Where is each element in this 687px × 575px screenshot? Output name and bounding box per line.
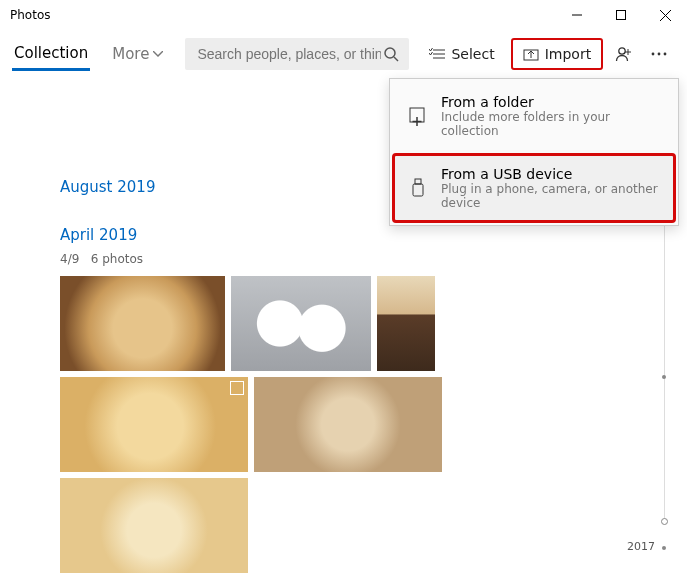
maximize-button[interactable] (599, 0, 643, 30)
svg-rect-21 (413, 184, 423, 196)
account-button[interactable] (607, 38, 639, 70)
import-from-folder[interactable]: From a folder Include more folders in yo… (392, 81, 676, 151)
chevron-down-icon (153, 51, 163, 57)
close-button[interactable] (643, 0, 687, 30)
svg-rect-1 (617, 11, 626, 20)
svg-point-4 (385, 48, 395, 58)
photo-checkbox[interactable] (230, 381, 244, 395)
import-menu: From a folder Include more folders in yo… (389, 78, 679, 226)
import-usb-title: From a USB device (441, 166, 661, 182)
svg-line-5 (394, 57, 398, 61)
svg-rect-20 (415, 179, 421, 184)
minimize-button[interactable] (555, 0, 599, 30)
import-usb-sub: Plug in a phone, camera, or another devi… (441, 182, 661, 210)
import-from-usb[interactable]: From a USB device Plug in a phone, camer… (392, 153, 676, 223)
titlebar: Photos (0, 0, 687, 30)
section-april-2019: April 2019 4/9 6 photos (60, 226, 627, 573)
import-icon (523, 47, 539, 61)
month-subheader: 4/9 6 photos (60, 252, 627, 266)
person-icon (615, 46, 631, 62)
photo-thumbnail[interactable] (254, 377, 442, 472)
timeline-line (664, 220, 665, 520)
import-label: Import (545, 46, 591, 62)
month-date: 4/9 (60, 252, 79, 266)
month-header[interactable]: April 2019 (60, 226, 627, 244)
more-button[interactable] (643, 38, 675, 70)
select-button[interactable]: Select (417, 38, 506, 70)
photo-thumbnail[interactable] (377, 276, 435, 371)
photo-grid (60, 276, 627, 573)
import-folder-sub: Include more folders in your collection (441, 110, 661, 138)
timeline-year: 2017 (627, 540, 655, 553)
select-label: Select (451, 46, 494, 62)
folder-add-icon (407, 106, 429, 126)
import-button[interactable]: Import (511, 38, 603, 70)
search-box[interactable] (185, 38, 409, 70)
svg-point-16 (664, 53, 667, 56)
timeline-marker[interactable] (662, 375, 666, 379)
tab-more-label: More (112, 45, 149, 63)
photo-thumbnail[interactable] (60, 377, 248, 472)
window-title: Photos (10, 8, 50, 22)
timeline-marker[interactable] (661, 518, 668, 525)
select-icon (429, 47, 445, 61)
import-folder-title: From a folder (441, 94, 661, 110)
month-count: 6 photos (91, 252, 143, 266)
search-input[interactable] (195, 45, 383, 63)
photo-thumbnail[interactable] (231, 276, 371, 371)
photo-thumbnail[interactable] (60, 276, 225, 371)
search-icon[interactable] (383, 46, 399, 62)
toolbar: Collection More Select Import (0, 30, 687, 78)
timeline-scrubber[interactable]: 2017 (647, 220, 677, 570)
tab-more[interactable]: More (112, 45, 163, 63)
tab-collection[interactable]: Collection (12, 38, 90, 71)
window-controls (555, 0, 687, 30)
more-icon (651, 52, 667, 56)
svg-point-14 (652, 53, 655, 56)
photo-thumbnail[interactable] (60, 478, 248, 573)
usb-icon (407, 178, 429, 198)
svg-point-15 (658, 53, 661, 56)
timeline-marker[interactable] (662, 546, 666, 550)
svg-point-11 (619, 48, 625, 54)
